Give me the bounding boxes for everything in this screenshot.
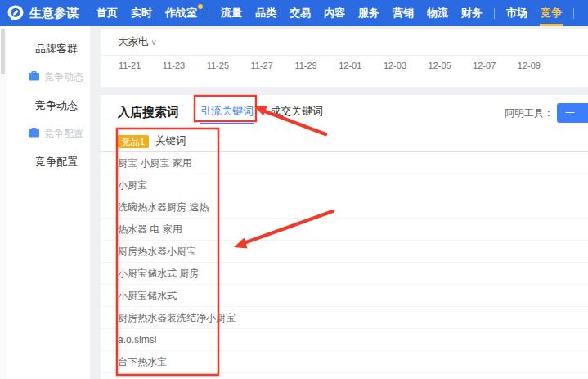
nav-item-compete-active[interactable]: 竞争 xyxy=(534,0,568,26)
axis-tick: 12-09 xyxy=(518,61,541,70)
top-nav-bar: 生意参谋 首页 实时 作战室 流量 品类 交易 内容 服务 营销 物流 财务 市… xyxy=(0,0,588,26)
competitor-badge: 竞品1 xyxy=(118,135,149,148)
axis-tick: 11-27 xyxy=(251,61,273,70)
nav-item-war-room-label: 作战室 xyxy=(165,7,197,19)
trend-card: 大家电 ∨ 11-21 11-23 11-25 11-27 11-29 12-0… xyxy=(101,29,588,87)
notification-dot xyxy=(198,4,203,9)
left-scrollbar-track xyxy=(0,26,7,379)
tools-area: 阿明工具： 一 xyxy=(505,103,588,123)
nav-item-war-room[interactable]: 作战室 xyxy=(159,0,204,26)
sidebar: 品牌客群 竞争动态 竞争动态 竞争配置 竞争配置 xyxy=(7,26,90,379)
nav-item-home[interactable]: 首页 xyxy=(90,0,124,26)
nav-item-market[interactable]: 市场 xyxy=(500,0,534,26)
search-card-header: 入店搜索词 引流关键词 成交关键词 阿明工具： 一 xyxy=(101,95,588,124)
briefcase-icon xyxy=(29,128,39,140)
nav-item-logistics[interactable]: 物流 xyxy=(420,0,455,26)
axis-tick: 12-05 xyxy=(429,61,451,70)
nav-item-trade[interactable]: 交易 xyxy=(283,0,317,26)
keywords-table: 竞品1 关键词 厨宝 小厨宝 家用 小厨宝 洗碗热水器厨房 速热 热水器 电 家… xyxy=(101,131,588,373)
sidebar-item-compete-config[interactable]: 竞争配置 xyxy=(7,120,90,147)
table-row: 小厨宝储水式 xyxy=(101,285,588,307)
nav-item-service[interactable]: 服务 xyxy=(352,0,386,26)
axis-tick: 12-07 xyxy=(473,61,496,70)
sidebar-item-compete-config-title[interactable]: 竞争配置 xyxy=(7,147,90,177)
axis-tick: 12-03 xyxy=(384,61,406,70)
table-row: 洗碗热水器厨房 速热 xyxy=(101,196,588,219)
section-title: 入店搜索词 xyxy=(118,103,179,121)
nav-item-marketing[interactable]: 营销 xyxy=(386,0,420,26)
chart-x-axis-labels: 11-21 11-23 11-25 11-27 11-29 12-01 12-0… xyxy=(101,56,588,70)
tab-traffic-keywords[interactable]: 引流关键词 xyxy=(200,103,254,124)
keywords-table-header: 竞品1 关键词 xyxy=(101,131,588,152)
table-row: 厨宝 小厨宝 家用 xyxy=(101,152,588,174)
tab-deal-keywords[interactable]: 成交关键词 xyxy=(270,103,323,123)
table-row: 厨房热水器小厨宝 xyxy=(101,241,588,263)
axis-tick: 11-25 xyxy=(207,61,229,70)
axis-tick: 11-23 xyxy=(163,61,185,70)
sidebar-item-compete-dynamics[interactable]: 竞争动态 xyxy=(7,64,90,91)
axis-tick: 11-21 xyxy=(119,61,141,70)
brand-logo[interactable]: 生意参谋 xyxy=(7,5,79,21)
scrollbar-thumb[interactable] xyxy=(1,29,5,74)
nav-divider xyxy=(209,8,209,19)
nav-item-category[interactable]: 品类 xyxy=(249,0,283,26)
table-row: 厨房热水器装洗结净小厨宝 xyxy=(101,307,588,329)
table-row: 热水器 电 家用 xyxy=(101,219,588,241)
nav-divider xyxy=(494,8,495,19)
tool-button[interactable]: 一 xyxy=(557,103,588,123)
sidebar-item-compete-dynamics-title[interactable]: 竞争动态 xyxy=(7,91,90,120)
search-keywords-card: 入店搜索词 引流关键词 成交关键词 阿明工具： 一 竞品1 关键词 厨宝 小厨宝… xyxy=(101,95,588,379)
nav-item-finance[interactable]: 财务 xyxy=(455,0,489,26)
briefcase-icon xyxy=(29,71,39,83)
sycm-logo-icon xyxy=(7,5,24,21)
tool-label: 阿明工具： xyxy=(505,106,554,120)
nav-divider xyxy=(573,8,574,19)
table-row: 小厨宝 xyxy=(101,174,588,196)
main-shell: 品牌客群 竞争动态 竞争动态 竞争配置 竞争配置 大家电 xyxy=(0,26,588,379)
sidebar-item-label: 竞争动态 xyxy=(44,70,83,84)
sidebar-item-label: 竞争配置 xyxy=(44,127,83,141)
brand-name: 生意参谋 xyxy=(29,6,79,21)
axis-tick: 11-29 xyxy=(294,61,316,70)
nav-item-content[interactable]: 内容 xyxy=(317,0,352,26)
table-row: a.o.slmsl xyxy=(101,329,588,351)
table-row: 台下热水宝 xyxy=(101,351,588,373)
category-filter-value: 大家电 xyxy=(118,35,149,49)
column-header-keyword: 关键词 xyxy=(155,134,186,148)
axis-tick: 12-01 xyxy=(339,61,361,70)
nav-item-realtime[interactable]: 实时 xyxy=(124,0,159,26)
table-row: 小厨宝储水式 厨房 xyxy=(101,263,588,285)
main-content: 大家电 ∨ 11-21 11-23 11-25 11-27 11-29 12-0… xyxy=(101,26,588,379)
nav-item-traffic[interactable]: 流量 xyxy=(214,0,249,26)
sycm-app-window: 生意参谋 首页 实时 作战室 流量 品类 交易 内容 服务 营销 物流 财务 市… xyxy=(0,0,588,379)
sidebar-item-brand-group[interactable]: 品牌客群 xyxy=(7,34,90,64)
category-filter-dropdown[interactable]: 大家电 ∨ xyxy=(101,29,588,55)
chevron-down-icon: ∨ xyxy=(151,38,157,47)
